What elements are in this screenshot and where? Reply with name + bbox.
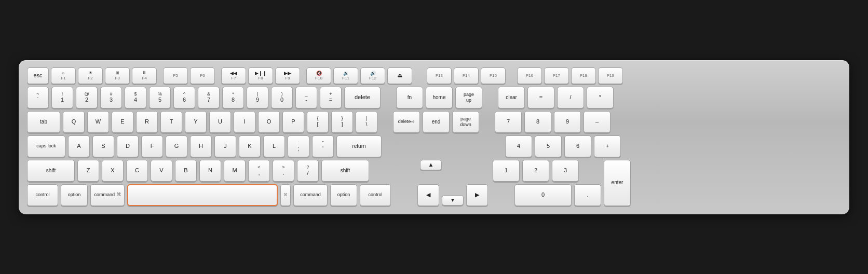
- key-1[interactable]: ! 1: [51, 87, 73, 108]
- key-d[interactable]: D: [117, 135, 139, 157]
- key-pageup[interactable]: pageup: [455, 87, 482, 108]
- key-f4[interactable]: ⠿ F4: [132, 67, 157, 84]
- key-f16[interactable]: F16: [517, 67, 542, 84]
- key-arrow-up[interactable]: ▲: [420, 160, 442, 170]
- key-rbracket[interactable]: } ]: [331, 111, 353, 133]
- key-np-clear[interactable]: clear: [498, 87, 525, 108]
- key-slash[interactable]: ? /: [297, 160, 319, 182]
- key-f5[interactable]: F5: [163, 67, 188, 84]
- key-c[interactable]: C: [126, 160, 148, 182]
- key-fn[interactable]: fn: [396, 87, 423, 108]
- key-lbracket[interactable]: { [: [307, 111, 329, 133]
- key-f17[interactable]: F17: [544, 67, 569, 84]
- key-np-6[interactable]: 6: [564, 135, 591, 157]
- key-f10[interactable]: 🔇 F10: [306, 67, 331, 84]
- key-y[interactable]: Y: [185, 111, 207, 133]
- key-np-7[interactable]: 7: [495, 111, 522, 133]
- key-semicolon[interactable]: : ;: [288, 135, 309, 157]
- key-arrow-down[interactable]: ▼: [442, 195, 464, 206]
- key-delete-fwd[interactable]: delete⇨: [393, 111, 420, 133]
- key-arrow-right[interactable]: ▶: [466, 184, 488, 206]
- key-f12[interactable]: 🔊 F12: [360, 67, 385, 84]
- key-f3[interactable]: ⊞ F3: [105, 67, 130, 84]
- key-np-1[interactable]: 1: [493, 160, 520, 182]
- key-control-right[interactable]: control: [360, 184, 391, 206]
- key-capslock[interactable]: caps lock: [27, 135, 65, 157]
- key-eject[interactable]: ⏏: [387, 67, 412, 84]
- key-f7[interactable]: ◀◀ F7: [221, 67, 246, 84]
- key-p[interactable]: P: [282, 111, 304, 133]
- key-x[interactable]: X: [102, 160, 124, 182]
- key-z[interactable]: Z: [77, 160, 99, 182]
- key-f1[interactable]: ☼ F1: [51, 67, 76, 84]
- key-q[interactable]: Q: [63, 111, 85, 133]
- key-esc[interactable]: esc: [27, 67, 49, 84]
- key-control-left[interactable]: control: [27, 184, 58, 206]
- key-n[interactable]: N: [199, 160, 221, 182]
- key-f8[interactable]: ▶❙❙ F8: [248, 67, 273, 84]
- key-i[interactable]: I: [234, 111, 255, 133]
- key-7[interactable]: & 7: [198, 87, 220, 108]
- key-6[interactable]: ^ 6: [173, 87, 195, 108]
- key-shift-right[interactable]: shift: [321, 160, 369, 182]
- key-return[interactable]: return: [336, 135, 382, 157]
- key-f11[interactable]: 🔉 F11: [333, 67, 358, 84]
- key-np-3[interactable]: 3: [552, 160, 579, 182]
- key-f9[interactable]: ▶▶ F9: [275, 67, 300, 84]
- key-np-dot[interactable]: .: [574, 184, 601, 206]
- key-delete[interactable]: delete: [344, 87, 381, 108]
- key-space[interactable]: [127, 184, 278, 206]
- key-0[interactable]: ) 0: [271, 87, 293, 108]
- key-comma[interactable]: < ,: [248, 160, 270, 182]
- key-h[interactable]: H: [190, 135, 212, 157]
- key-np-2[interactable]: 2: [522, 160, 549, 182]
- key-shift-left[interactable]: shift: [27, 160, 75, 182]
- key-np-4[interactable]: 4: [505, 135, 532, 157]
- key-f[interactable]: F: [141, 135, 163, 157]
- key-end[interactable]: end: [423, 111, 450, 133]
- key-j[interactable]: J: [214, 135, 236, 157]
- key-b[interactable]: B: [175, 160, 197, 182]
- key-backtick[interactable]: ~ `: [27, 87, 49, 108]
- key-f6[interactable]: F6: [190, 67, 215, 84]
- key-f14[interactable]: F14: [454, 67, 479, 84]
- key-o[interactable]: O: [258, 111, 280, 133]
- key-np-8[interactable]: 8: [524, 111, 551, 133]
- key-u[interactable]: U: [209, 111, 231, 133]
- key-s[interactable]: S: [92, 135, 114, 157]
- key-np-plus[interactable]: +: [594, 135, 621, 157]
- key-v[interactable]: V: [151, 160, 172, 182]
- key-pagedown[interactable]: pagedown: [452, 111, 479, 133]
- key-k[interactable]: K: [239, 135, 261, 157]
- key-spacebar-right-cmd-icon[interactable]: ⌘: [280, 184, 291, 206]
- key-m[interactable]: M: [224, 160, 246, 182]
- key-np-enter[interactable]: enter: [604, 160, 631, 206]
- key-5[interactable]: % 5: [149, 87, 171, 108]
- key-period[interactable]: > .: [273, 160, 294, 182]
- key-command-left[interactable]: command ⌘: [90, 184, 125, 206]
- key-np-minus[interactable]: –: [584, 111, 611, 133]
- key-np-divide[interactable]: /: [557, 87, 584, 108]
- key-np-9[interactable]: 9: [554, 111, 581, 133]
- key-f13[interactable]: F13: [427, 67, 452, 84]
- key-np-5[interactable]: 5: [535, 135, 562, 157]
- key-a[interactable]: A: [68, 135, 90, 157]
- key-arrow-left[interactable]: ◀: [417, 184, 439, 206]
- key-option-left[interactable]: option: [61, 184, 88, 206]
- key-tab[interactable]: tab: [27, 111, 60, 133]
- key-r[interactable]: R: [136, 111, 158, 133]
- key-e[interactable]: E: [112, 111, 133, 133]
- key-f15[interactable]: F15: [481, 67, 506, 84]
- key-2[interactable]: @ 2: [76, 87, 98, 108]
- key-8[interactable]: * 8: [222, 87, 244, 108]
- key-equals[interactable]: + =: [320, 87, 342, 108]
- key-np-multiply[interactable]: *: [587, 87, 614, 108]
- key-quote[interactable]: " ': [312, 135, 334, 157]
- key-t[interactable]: T: [160, 111, 182, 133]
- key-9[interactable]: ( 9: [247, 87, 268, 108]
- key-l[interactable]: L: [263, 135, 285, 157]
- key-w[interactable]: W: [87, 111, 109, 133]
- key-command-right[interactable]: command: [293, 184, 328, 206]
- key-np-equals[interactable]: =: [527, 87, 554, 108]
- key-minus[interactable]: _ -: [295, 87, 317, 108]
